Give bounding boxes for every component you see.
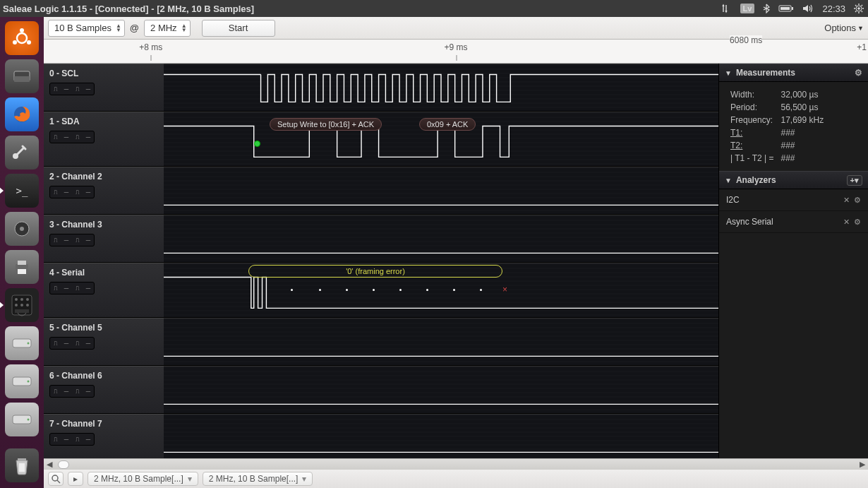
channel-row-4: 4 - Serial ⎍─⎍─ '0' (framing error) <box>44 263 718 318</box>
channel-row-5: 5 - Channel 5 ⎍─⎍─ <box>44 318 718 366</box>
firefox-icon[interactable] <box>5 97 39 131</box>
waveform[interactable] <box>164 167 718 215</box>
channel-name: 2 - Channel 2 <box>49 172 158 181</box>
channel-header[interactable]: 2 - Channel 2 ⎍─⎍─ <box>44 167 164 215</box>
waveform[interactable] <box>164 366 718 414</box>
waveform[interactable] <box>164 318 718 366</box>
channel-header[interactable]: 3 - Channel 3 ⎍─⎍─ <box>44 215 164 263</box>
channel-row-1: 1 - SDA ⎍─⎍─ Setup Write to [0x16] + ACK… <box>44 112 718 167</box>
channel-viewport[interactable]: 0 - SCL ⎍─⎍─ 1 - SDA <box>44 64 718 488</box>
scroll-right-icon[interactable]: ▶ <box>857 459 868 470</box>
terminal-icon[interactable]: >_ <box>5 174 39 208</box>
trigger-box[interactable]: ⎍─⎍─ <box>49 433 95 446</box>
waveform[interactable] <box>164 414 718 462</box>
system-settings-icon[interactable] <box>5 136 39 169</box>
trigger-box[interactable]: ⎍─⎍─ <box>49 234 95 246</box>
time-ruler[interactable]: +8 ms +9 ms 6080 ms +1 <box>44 40 868 64</box>
close-icon[interactable]: ✕ <box>843 218 850 227</box>
close-icon[interactable]: ▾ <box>302 474 306 484</box>
battery-icon[interactable] <box>778 4 794 13</box>
measurements-table: Width:32,000 µs Period:56,500 µs Frequen… <box>726 88 828 165</box>
bluetooth-icon[interactable] <box>763 4 770 13</box>
trigger-box[interactable]: ⎍─⎍─ <box>49 131 95 143</box>
channel-row-7: 7 - Channel 7 ⎍─⎍─ <box>44 414 718 462</box>
dash-icon[interactable] <box>5 21 39 55</box>
waveform[interactable] <box>164 215 718 263</box>
analyzer-row-i2c[interactable]: I2C ✕ ⚙ <box>719 189 868 211</box>
bit-dot-icon <box>319 289 321 291</box>
waveform[interactable] <box>164 64 718 112</box>
channel-header[interactable]: 4 - Serial ⎍─⎍─ <box>44 263 164 318</box>
printer-icon[interactable] <box>5 250 39 284</box>
trash-icon[interactable] <box>5 448 39 482</box>
measurements-header[interactable]: ▼ Measurements ⚙ <box>719 64 868 82</box>
drive-icon-2[interactable] <box>5 364 39 398</box>
trigger-box[interactable]: ⎍─⎍─ <box>49 282 95 294</box>
channel-name: 4 - Serial <box>49 268 158 278</box>
unity-launcher: >_ <box>0 17 44 488</box>
bit-dot-icon <box>399 289 402 291</box>
volume-icon[interactable] <box>802 4 814 13</box>
keyboard-layout-badge[interactable]: Lv <box>740 4 755 13</box>
svg-rect-41 <box>18 458 26 460</box>
network-icon[interactable] <box>721 4 732 13</box>
svg-line-9 <box>855 5 856 6</box>
drive-icon-1[interactable] <box>5 326 39 360</box>
scroll-thumb[interactable] <box>58 460 69 469</box>
channel-header[interactable]: 7 - Channel 7 ⎍─⎍─ <box>44 414 164 462</box>
channel-row-0: 0 - SCL ⎍─⎍─ <box>44 64 718 112</box>
options-menu[interactable]: Options ▼ <box>824 23 864 33</box>
analyzers-title: Analyzers <box>736 175 776 185</box>
svg-rect-33 <box>15 309 29 313</box>
trigger-box[interactable]: ⎍─⎍─ <box>49 83 95 95</box>
bit-dot-icon <box>291 289 293 291</box>
session-tab-2[interactable]: 2 MHz, 10 B Sample[...] ▾ <box>203 472 313 486</box>
ruler-mark: +8 ms <box>139 42 162 52</box>
trigger-box[interactable]: ⎍─⎍─ <box>49 186 95 198</box>
svg-line-11 <box>862 5 862 6</box>
gear-icon[interactable]: ⚙ <box>855 68 862 78</box>
channel-header[interactable]: 0 - SCL ⎍─⎍─ <box>44 64 164 112</box>
session-tab-1[interactable]: 2 MHz, 10 B Sample[...] ▾ <box>88 472 198 486</box>
close-icon[interactable]: ▾ <box>188 474 192 484</box>
window-title: Saleae Logic 1.1.15 - [Connected] - [2 M… <box>0 4 254 14</box>
scroll-left-icon[interactable]: ◀ <box>44 459 55 470</box>
gear-icon[interactable] <box>854 4 864 13</box>
svg-rect-2 <box>780 7 790 10</box>
waveform[interactable]: Setup Write to [0x16] + ACK 0x09 + ACK <box>164 112 718 167</box>
channel-row-2: 2 - Channel 2 ⎍─⎍─ <box>44 167 718 215</box>
start-button[interactable]: Start <box>202 20 275 37</box>
svg-point-42 <box>52 475 58 481</box>
error-cross-icon: × <box>502 285 507 294</box>
analyzers-header[interactable]: ▼ Analyzers +▾ <box>719 171 868 189</box>
channel-header[interactable]: 5 - Channel 5 ⎍─⎍─ <box>44 318 164 366</box>
add-analyzer-button[interactable]: +▾ <box>847 175 862 186</box>
search-button[interactable] <box>48 472 64 486</box>
gear-icon[interactable]: ⚙ <box>854 218 861 227</box>
disk-util-icon[interactable] <box>5 212 39 246</box>
close-icon[interactable]: ✕ <box>843 196 850 205</box>
rate-select[interactable]: 2 MHz ▲▼ <box>144 20 190 37</box>
clock[interactable]: 22:33 <box>822 4 845 14</box>
saleae-logic-icon[interactable] <box>5 288 39 322</box>
horizontal-scrollbar[interactable]: ◀ ▶ <box>44 458 868 470</box>
svg-point-27 <box>15 298 18 301</box>
analyzer-row-asyncserial[interactable]: Async Serial ✕ ⚙ <box>719 211 868 233</box>
trigger-box[interactable]: ⎍─⎍─ <box>49 385 95 398</box>
svg-rect-18 <box>14 76 30 82</box>
gear-icon[interactable]: ⚙ <box>854 196 861 205</box>
samples-select[interactable]: 10 B Samples ▲▼ <box>48 20 125 37</box>
file-manager-icon[interactable] <box>5 59 39 93</box>
channel-header[interactable]: 6 - Channel 6 ⎍─⎍─ <box>44 366 164 414</box>
svg-rect-24 <box>18 261 26 265</box>
channel-name: 5 - Channel 5 <box>49 323 158 333</box>
channel-name: 6 - Channel 6 <box>49 371 158 381</box>
trigger-box[interactable]: ⎍─⎍─ <box>49 337 95 350</box>
svg-point-4 <box>857 7 860 10</box>
channel-header[interactable]: 1 - SDA ⎍─⎍─ <box>44 112 164 167</box>
waveform[interactable]: '0' (framing error) × <box>164 263 718 318</box>
drive-icon-3[interactable] <box>5 403 39 436</box>
svg-point-16 <box>27 40 31 44</box>
ruler-rightedge: +1 <box>857 42 867 52</box>
chevron-right-icon[interactable]: ▸ <box>68 472 83 486</box>
